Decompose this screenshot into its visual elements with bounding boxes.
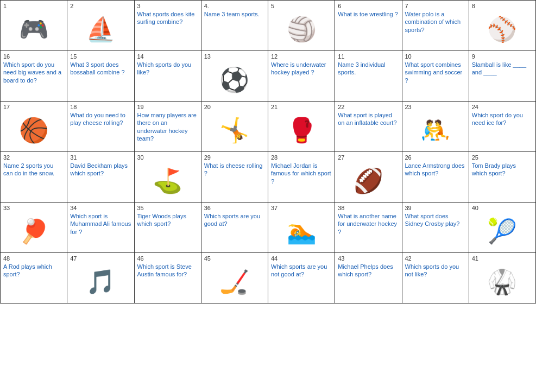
cell-num-34: 34: [70, 205, 131, 211]
cell-num-5: 5: [271, 3, 332, 9]
cell-num-14: 14: [137, 53, 198, 60]
cell-question-25: Tom Brady plays which sport?: [472, 162, 516, 176]
cell-icon-41: 🥋: [472, 263, 533, 301]
cell-27: 27🏈: [335, 152, 402, 203]
cell-question-38: What is another name for underwater hock…: [338, 213, 397, 235]
cell-question-11: Name 3 individual sports.: [338, 61, 385, 75]
cell-question-10: What sport combines swimming and soccer …: [405, 61, 463, 84]
cell-question-36: Which sports are you good at?: [204, 213, 260, 227]
cell-icon-33: 🏓: [3, 212, 64, 250]
cell-num-35: 35: [137, 205, 198, 211]
cell-7: 7Water polo is a combination of which sp…: [402, 1, 469, 51]
cell-question-32: Name 2 sports you can do in the snow.: [3, 162, 54, 176]
cell-icon-37: 🏊: [271, 212, 332, 250]
cell-question-29: What is cheese rolling ?: [204, 162, 263, 176]
cell-icon-5: 🏐: [271, 10, 332, 48]
cell-num-9: 9: [472, 53, 533, 60]
cell-num-27: 27: [338, 154, 399, 161]
cell-question-24: Which sport do you need ice for?: [472, 112, 523, 126]
cell-num-47: 47: [70, 255, 131, 262]
cell-21: 21🥊: [268, 102, 335, 152]
cell-question-12: Where is underwater hockey played ?: [271, 61, 326, 75]
cell-23: 23🤼: [402, 102, 469, 152]
cell-19: 19How many players are there on an under…: [135, 102, 201, 152]
cell-question-35: Tiger Woods plays which sport?: [137, 213, 186, 227]
cell-16: 16Which sport do you need big waves and …: [1, 51, 67, 102]
cell-32: 32Name 2 sports you can do in the snow.: [1, 152, 67, 203]
cell-42: 42Which sports do you not like?: [402, 253, 469, 304]
cell-44: 44Which sports are you not good at?: [268, 253, 335, 304]
cell-40: 40🎾: [469, 203, 536, 253]
cell-29: 29What is cheese rolling ?: [201, 152, 268, 203]
cell-num-39: 39: [405, 205, 466, 211]
cell-num-33: 33: [3, 205, 64, 211]
cell-question-16: Which sport do you need big waves and a …: [3, 61, 61, 84]
cell-question-9: Slamball is like ____ and ____: [472, 61, 526, 75]
cell-48: 48A Rod plays which sport?: [1, 253, 67, 304]
cell-31: 31David Beckham plays which sport?: [67, 152, 134, 203]
cell-num-45: 45: [204, 255, 265, 262]
cell-question-19: How many players are there on an underwa…: [137, 112, 197, 142]
cell-num-28: 28: [271, 154, 332, 161]
cell-num-10: 10: [405, 53, 466, 60]
cell-5: 5🏐: [268, 1, 335, 51]
cell-num-18: 18: [70, 104, 131, 110]
cell-9: 9Slamball is like ____ and ____: [469, 51, 536, 102]
cell-icon-20: 🤸: [204, 111, 265, 149]
cell-24: 24Which sport do you need ice for?: [469, 102, 536, 152]
cell-icon-13: ⚽: [204, 61, 265, 99]
cell-question-26: Lance Armstrong does which sport?: [405, 162, 465, 176]
cell-icon-27: 🏈: [338, 162, 399, 200]
cell-question-22: What sport is played on an inflatable co…: [338, 112, 396, 126]
cell-num-32: 32: [3, 154, 64, 161]
cell-26: 26Lance Armstrong does which sport?: [402, 152, 469, 203]
cell-icon-8: ⚾: [472, 10, 533, 48]
cell-4.: 4.Name 3 team sports.: [201, 1, 268, 51]
cell-num-22: 22: [338, 104, 399, 110]
cell-num-25: 25: [472, 154, 533, 161]
cell-icon-23: 🤼: [405, 111, 466, 149]
cell-num-6: 6: [338, 3, 399, 9]
cell-num-20: 20: [204, 104, 265, 110]
cell-20: 20🤸: [201, 102, 268, 152]
cell-question-14: Which sports do you like?: [137, 61, 192, 75]
cell-8: 8⚾: [469, 1, 536, 51]
cell-question-18: What do you need to play cheese rolling?: [70, 112, 125, 126]
cell-icon-45: 🏒: [204, 263, 265, 301]
cell-30: 30⛳: [135, 152, 201, 203]
cell-num-1: 1: [3, 3, 64, 9]
cell-46: 46Which sport is Steve Austin famous for…: [135, 253, 201, 304]
cell-num-48: 48: [3, 255, 64, 262]
cell-15: 15What 3 sport does bossaball combine ?: [67, 51, 134, 102]
cell-question-15: What 3 sport does bossaball combine ?: [70, 61, 124, 75]
cell-num-8: 8: [472, 3, 533, 9]
cell-num-43: 43: [338, 255, 399, 262]
cell-num-30: 30: [137, 154, 198, 161]
cell-question-34: Which sport is Muhammad Ali famous for ?: [70, 213, 131, 235]
cell-icon-40: 🎾: [472, 212, 533, 250]
cell-39: 39What sport does Sidney Crosby play?: [402, 203, 469, 253]
cell-num-3: 3: [137, 3, 198, 9]
cell-25: 25Tom Brady plays which sport?: [469, 152, 536, 203]
cell-36: 36Which sports are you good at?: [201, 203, 268, 253]
cell-1: 1🎮: [1, 1, 67, 51]
cell-question-39: What sport does Sidney Crosby play?: [405, 213, 460, 227]
cell-38: 38What is another name for underwater ho…: [335, 203, 402, 253]
cell-num-15: 15: [70, 53, 131, 60]
cell-12: 12Where is underwater hockey played ?: [268, 51, 335, 102]
cell-question-7: Water polo is a combination of which spo…: [405, 11, 461, 33]
game-board: 1🎮2⛵3What sports does kite surfing combi…: [0, 0, 536, 304]
cell-10: 10What sport combines swimming and socce…: [402, 51, 469, 102]
cell-28: 28Michael Jordan is famous for which spo…: [268, 152, 335, 203]
cell-num-4.: 4.: [204, 3, 265, 9]
cell-icon-30: ⛳: [137, 162, 198, 200]
cell-34: 34Which sport is Muhammad Ali famous for…: [67, 203, 134, 253]
cell-35: 35Tiger Woods plays which sport?: [135, 203, 201, 253]
cell-13: 13⚽: [201, 51, 268, 102]
cell-num-23: 23: [405, 104, 466, 110]
cell-icon-1: 🎮: [3, 10, 64, 48]
cell-43: 43Michael Phelps does which sport?: [335, 253, 402, 304]
cell-num-24: 24: [472, 104, 533, 110]
cell-question-48: A Rod plays which sport?: [3, 263, 52, 277]
cell-num-19: 19: [137, 104, 198, 110]
